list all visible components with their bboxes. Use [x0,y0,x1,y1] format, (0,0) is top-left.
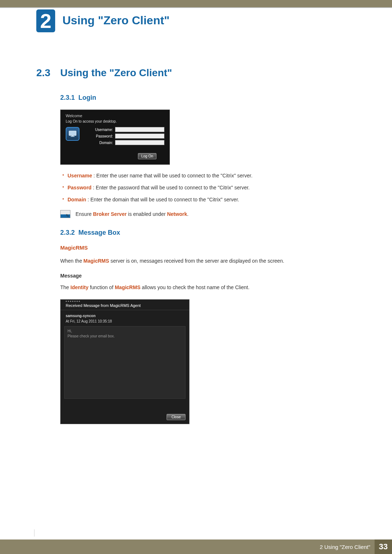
term-domain: Domain [68,197,86,202]
footer-label: 2 Using "Zero Client" [320,544,370,550]
close-button[interactable]: Close [167,414,185,420]
domain-label: Domain: [83,141,113,145]
message-body: Hi, Please check your email box. [64,326,185,399]
list-item: Username : Enter the user name that will… [60,172,356,180]
identity-paragraph: The Identity function of MagicRMS allows… [60,284,356,291]
list-item: Password : Enter the password that will … [60,184,356,192]
logon-button[interactable]: Log On [138,153,156,159]
term-username: Username [68,173,92,178]
message-heading: Message [60,273,356,279]
term-password: Password [68,185,91,190]
note-text: Ensure Broker Server is enabled under Ne… [75,211,188,217]
subsection-title: Message Box [78,229,120,236]
page-number: 33 [375,539,392,554]
page-content: 2.3Using the "Zero Client" 2.3.1Login We… [36,67,356,424]
subsection-title: Login [78,94,96,101]
password-input[interactable] [115,134,164,139]
svg-rect-0 [69,131,76,136]
login-screenshot: Welcome Log On to access your desktop. U… [60,110,170,165]
note-row: Ensure Broker Server is enabled under Ne… [60,210,356,218]
footer-tick [34,529,34,537]
password-label: Password: [83,134,113,138]
subsection-number: 2.3.2 [60,229,78,237]
chapter-title: Using "Zero Client" [62,14,170,27]
message-date: At Fri, 12 Aug 2011 10:35:18 [61,319,189,326]
svg-rect-2 [71,136,75,137]
section-title: Using the "Zero Client" [60,67,172,78]
subsection-number: 2.3.1 [60,94,78,102]
desc-domain: : Enter the domain that will be used to … [86,197,239,202]
magicrms-paragraph: When the MagicRMS server is on, messages… [60,257,356,265]
footer-stripe: 2 Using "Zero Client" 33 [0,539,392,554]
welcome-text: Welcome [66,114,164,118]
desc-username: : Enter the user name that will be used … [92,173,253,178]
message-line: Please check your email box. [68,334,182,339]
top-stripe [0,0,392,7]
monitor-icon [66,127,79,141]
list-item: Domain : Enter the domain that will be u… [60,196,356,204]
username-input[interactable] [115,127,164,132]
chapter-number-badge: 2 [36,9,55,32]
login-field-descriptions: Username : Enter the user name that will… [60,172,356,204]
message-line: Hi, [68,329,182,334]
domain-input[interactable] [115,140,164,145]
message-screenshot: Received Message from MagicRMS Agent sam… [60,299,189,424]
message-from: samsung-syncon [61,310,189,319]
subsection-messagebox-heading: 2.3.2Message Box [60,229,356,237]
login-fields: Username: Password: Domain: [83,127,164,147]
header-separator [0,7,392,8]
desc-password: : Enter the password that will be used t… [91,185,250,190]
message-dialog-title: Received Message from MagicRMS Agent [61,300,189,310]
note-icon [60,210,70,218]
logon-prompt: Log On to access your desktop. [66,119,164,123]
svg-rect-1 [72,136,73,136]
subsection-login-heading: 2.3.1Login [60,94,356,102]
section-heading: 2.3Using the "Zero Client" [36,67,356,79]
section-number: 2.3 [36,67,60,79]
username-label: Username: [83,128,113,132]
magicrms-heading: MagicRMS [60,245,356,251]
